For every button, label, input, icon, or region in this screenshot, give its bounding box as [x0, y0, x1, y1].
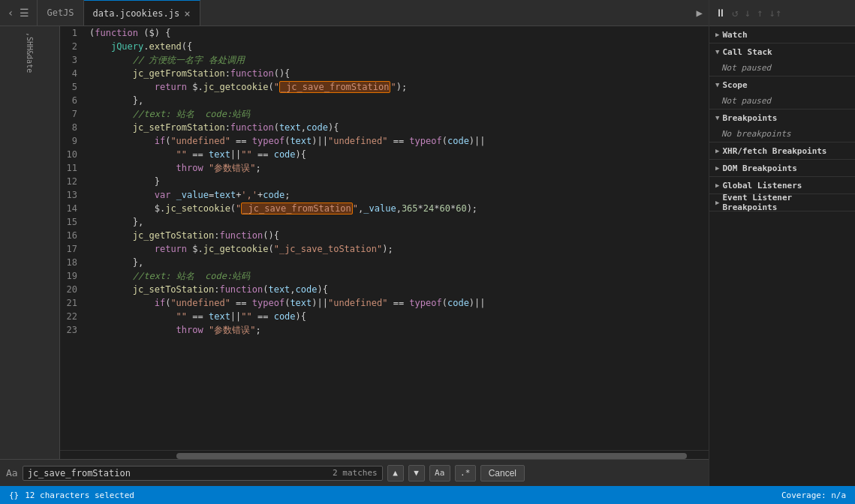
scope-body: Not paused	[709, 93, 855, 109]
selection-text: 12 characters selected	[25, 490, 134, 500]
table-row: 9 if("undefined" == typeof(text)||"undef…	[60, 134, 709, 148]
find-prev-btn[interactable]: ▲	[387, 465, 404, 482]
right-panel: ⏸ ↺ ↓ ↑ ↓↑ ▶ Watch ▼	[709, 0, 855, 486]
tab-data-jcookies[interactable]: data.jcookies.js ×	[84, 0, 200, 26]
tab-data-jcookies-label: data.jcookies.js	[93, 8, 180, 19]
debug-sections: ▶ Watch ▼ Call Stack Not paused ▼	[709, 26, 855, 486]
table-row: 16 jc_getToStation:function(){	[60, 229, 709, 242]
table-row: 2 jQuery.extend({	[60, 40, 709, 53]
call-stack-body: Not paused	[709, 60, 855, 76]
global-listeners-section: ▶ Global Listeners	[709, 177, 855, 194]
code-area-wrap: ,SHH&date 1 (function ($) {	[0, 26, 709, 459]
regex-btn[interactable]: .*	[455, 465, 476, 482]
global-label: Global Listeners	[722, 181, 802, 190]
watch-arrow: ▶	[715, 31, 719, 38]
find-input[interactable]	[28, 468, 333, 478]
event-label: Event Listener Breakpoints	[722, 193, 849, 212]
table-row: 6 },	[60, 94, 709, 107]
code-scroll-area[interactable]: 1 (function ($) { 2 jQuery.extend({	[60, 26, 709, 450]
breakpoints-body: No breakpoints	[709, 126, 855, 142]
tab-close-btn[interactable]: ×	[184, 8, 190, 20]
tab-sidebar-btn[interactable]: ☰	[18, 5, 31, 20]
status-left: {} 12 characters selected	[9, 490, 134, 500]
resume-btn[interactable]: ↺	[732, 7, 738, 19]
table-row: 4 jc_getFromStation:function(){	[60, 67, 709, 80]
call-stack-arrow: ▼	[715, 48, 719, 56]
scope-section: ▼ Scope Not paused	[709, 76, 855, 110]
coverage-text: Coverage: n/a	[781, 490, 846, 500]
global-listeners-header[interactable]: ▶ Global Listeners	[709, 177, 855, 194]
xhr-arrow: ▶	[715, 147, 719, 154]
step-over-btn[interactable]: ↓	[744, 7, 750, 19]
step-out-btn[interactable]: ↓↑	[769, 7, 781, 19]
call-stack-label: Call Stack	[722, 47, 772, 57]
watch-section: ▶ Watch	[709, 26, 855, 44]
event-listener-header[interactable]: ▶ Event Listener Breakpoints	[709, 194, 855, 211]
dom-arrow: ▶	[715, 164, 719, 172]
breakpoints-arrow: ▼	[715, 114, 719, 122]
table-row: 23 throw "参数错误";	[60, 323, 709, 337]
table-row: 19 //text: 站名 code:站码	[60, 269, 709, 283]
find-bar: Aa 2 matches ▲ ▼ Aa .* Cancel	[0, 459, 709, 486]
code-table: 1 (function ($) { 2 jQuery.extend({	[60, 26, 709, 337]
table-row: 18 },	[60, 256, 709, 269]
xhr-label: XHR/fetch Breakpoints	[722, 146, 826, 156]
main-container: ‹ ☰ GetJS data.jcookies.js × ▶ ,SHH&d	[0, 0, 855, 504]
tab-controls: ‹ ☰	[0, 0, 38, 26]
table-row: 11 throw "参数错误";	[60, 161, 709, 175]
step-into-btn[interactable]: ↑	[757, 7, 763, 19]
match-case-btn[interactable]: Aa	[429, 465, 450, 482]
braces-icon[interactable]: {}	[9, 490, 19, 500]
table-row: 15 },	[60, 215, 709, 229]
horizontal-scrollbar-thumb[interactable]	[176, 453, 687, 459]
sidebar-text: ,SHH&date	[26, 32, 34, 73]
table-row: 21 if("undefined" == typeof(text)||"unde…	[60, 296, 709, 310]
breakpoints-header[interactable]: ▼ Breakpoints	[709, 110, 855, 126]
global-arrow: ▶	[715, 182, 719, 189]
watch-label: Watch	[722, 30, 747, 40]
watch-header[interactable]: ▶ Watch	[709, 26, 855, 43]
code-editor[interactable]: 1 (function ($) { 2 jQuery.extend({	[60, 26, 709, 459]
debug-toolbar: ⏸ ↺ ↓ ↑ ↓↑	[709, 0, 855, 26]
horizontal-scrollbar-area	[60, 450, 709, 459]
tab-getjs[interactable]: GetJS	[38, 0, 83, 26]
pause-btn[interactable]: ⏸	[715, 7, 726, 19]
table-row: 5 return $.jc_getcookie("_jc_save_fromSt…	[60, 80, 709, 94]
scope-header[interactable]: ▼ Scope	[709, 76, 855, 93]
status-bar: {} 12 characters selected Coverage: n/a	[0, 486, 855, 504]
tab-back-btn[interactable]: ‹	[6, 5, 15, 20]
table-row: 17 return $.jc_getcookie("_jc_save_toSta…	[60, 242, 709, 256]
table-row: 13 var _value=text+','+code;	[60, 188, 709, 202]
table-row: 1 (function ($) {	[60, 26, 709, 40]
table-row: 20 jc_setToStation:function(text,code){	[60, 283, 709, 296]
table-row: 10 "" == text||"" == code){	[60, 148, 709, 161]
call-stack-section: ▼ Call Stack Not paused	[709, 44, 855, 76]
breakpoints-label: Breakpoints	[722, 113, 777, 123]
dom-breakpoints-header[interactable]: ▶ DOM Breakpoints	[709, 160, 855, 176]
find-next-btn[interactable]: ▼	[408, 465, 425, 482]
event-arrow: ▶	[715, 199, 719, 206]
table-row: 14 $.jc_setcookie("_jc_save_fromStation"…	[60, 202, 709, 215]
scope-arrow: ▼	[715, 81, 719, 88]
case-sensitive-icon: Aa	[6, 467, 18, 478]
breakpoints-section: ▼ Breakpoints No breakpoints	[709, 110, 855, 142]
file-tab-bar: ‹ ☰ GetJS data.jcookies.js × ▶	[0, 0, 709, 26]
table-row: 8 jc_setFromStation:function(text,code){	[60, 121, 709, 134]
tab-actions: ▶	[691, 7, 709, 19]
find-input-wrap: 2 matches	[23, 466, 383, 481]
table-row: 7 //text: 站名 code:站码	[60, 107, 709, 121]
xhr-breakpoints-section: ▶ XHR/fetch Breakpoints	[709, 142, 855, 160]
sidebar-collapsed: ,SHH&date	[0, 26, 60, 459]
table-row: 3 // 方便统一名字 各处调用	[60, 53, 709, 67]
play-btn[interactable]: ▶	[697, 7, 703, 19]
main-content: ‹ ☰ GetJS data.jcookies.js × ▶ ,SHH&d	[0, 0, 855, 486]
left-panel: ‹ ☰ GetJS data.jcookies.js × ▶ ,SHH&d	[0, 0, 709, 486]
table-row: 22 "" == text||"" == code){	[60, 310, 709, 323]
call-stack-header[interactable]: ▼ Call Stack	[709, 44, 855, 60]
table-row: 12 }	[60, 175, 709, 188]
match-count: 2 matches	[333, 468, 378, 478]
tab-getjs-label: GetJS	[47, 8, 74, 18]
xhr-breakpoints-header[interactable]: ▶ XHR/fetch Breakpoints	[709, 142, 855, 159]
scope-label: Scope	[722, 80, 747, 90]
cancel-btn[interactable]: Cancel	[480, 465, 525, 482]
